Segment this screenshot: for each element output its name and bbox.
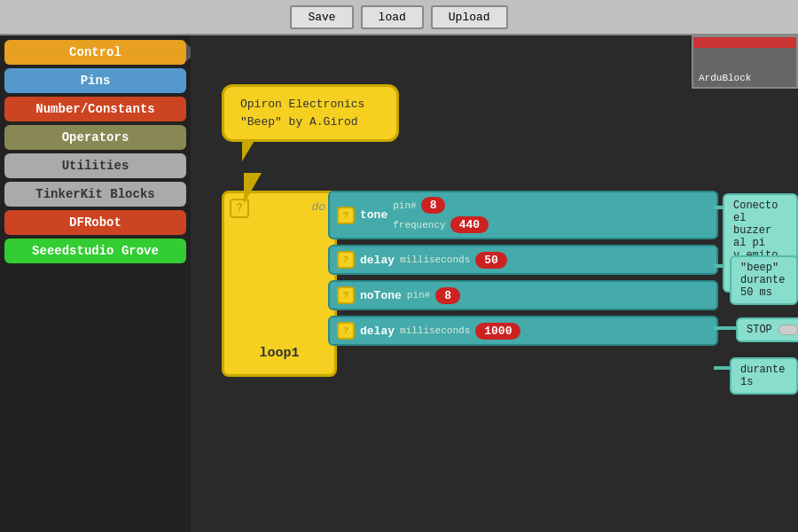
notone-label: noTone [360, 289, 402, 302]
delay2-label: delay [360, 325, 395, 338]
delay2-value[interactable]: 1000 [475, 323, 520, 340]
notone-block-inner: ? noTone pin# 8 [337, 286, 709, 304]
annotation-durante-text: durante 1s [740, 364, 785, 388]
comment-line2: "Beep" by A.Girod [240, 113, 380, 131]
ardublock-area: ArduBlock [692, 35, 798, 89]
delay2-block-inner: ? delay milliseconds 1000 [337, 322, 709, 340]
conn-delay2-svg [714, 366, 730, 370]
sidebar-item-dfrobot[interactable]: DFRobot [4, 210, 186, 235]
delay1-block-inner: ? delay milliseconds 50 [337, 251, 709, 269]
svg-rect-3 [714, 326, 736, 330]
ardublock-inner [693, 37, 796, 48]
sidebar-item-utilities[interactable]: Utilities [4, 153, 186, 178]
toolbar: Save load Upload [0, 0, 798, 35]
delay1-value[interactable]: 50 [475, 252, 507, 269]
tone-freq-label: frequency [393, 220, 445, 231]
delay2-sublabel: milliseconds [400, 325, 470, 336]
sidebar: Control Pins Number/Constants Operators … [0, 35, 191, 532]
blocks-area: ? tone pin# 8 frequency 440 ? delay [328, 191, 718, 351]
tone-block-inner: ? tone pin# 8 frequency 440 [337, 197, 709, 233]
loop-block: ? do loop1 [222, 191, 337, 377]
annotation-beep-text: "beep" durante 50 ms [740, 262, 785, 299]
tone-pin-row: pin# 8 [393, 197, 489, 214]
notone-value[interactable]: 8 [435, 287, 460, 304]
tone-params: pin# 8 frequency 440 [393, 197, 489, 233]
stop-toggle[interactable] [778, 325, 798, 335]
delay1-block-row: ? delay milliseconds 50 [328, 245, 718, 275]
tone-label: tone [360, 208, 387, 222]
annotation-beep: "beep" durante 50 ms [730, 255, 798, 305]
conn-notone-svg [714, 326, 736, 330]
comment-connector-svg [239, 173, 293, 204]
loop-label: loop1 [259, 346, 299, 361]
svg-marker-0 [244, 173, 262, 204]
annotation-durante: durante 1s [730, 357, 798, 395]
ardublock-label: ArduBlock [693, 48, 796, 87]
notone-sublabel: pin# [407, 290, 430, 301]
delay2-block-row: ? delay milliseconds 1000 [328, 316, 718, 346]
delay2-question: ? [337, 322, 355, 340]
comment-line1: Opiron Electronics [240, 96, 380, 113]
delay1-question: ? [337, 251, 355, 269]
tone-freq-row: frequency 440 [393, 216, 489, 233]
notone-block-row: ? noTone pin# 8 [328, 280, 718, 310]
comment-block: Opiron Electronics "Beep" by A.Girod [222, 84, 399, 142]
tone-pin-value[interactable]: 8 [421, 197, 446, 214]
annotation-stop: STOP [736, 317, 798, 342]
delay1-label: delay [360, 254, 395, 267]
sidebar-item-control[interactable]: Control [4, 40, 186, 65]
annotation-stop-text: STOP [747, 324, 772, 336]
annotation-buzzer-line1: Conecto el buzzer al pi [733, 200, 787, 249]
delay1-sublabel: milliseconds [400, 254, 470, 265]
sidebar-item-operators[interactable]: Operators [4, 125, 186, 150]
upload-button[interactable]: Upload [431, 5, 508, 29]
tone-block-row: ? tone pin# 8 frequency 440 [328, 191, 718, 239]
save-button[interactable]: Save [290, 5, 353, 29]
main-canvas: ArduBlock Opiron Electronics "Beep" by A… [191, 35, 798, 532]
loop-do-label: do [311, 200, 325, 214]
tone-question: ? [337, 207, 355, 224]
sidebar-item-pins[interactable]: Pins [4, 68, 186, 93]
svg-rect-4 [714, 366, 730, 370]
tone-pin-label: pin# [393, 200, 416, 211]
sidebar-item-tinkerkit[interactable]: TinkerKit Blocks [4, 182, 186, 207]
load-button[interactable]: load [361, 5, 424, 29]
sidebar-item-seeedstudio[interactable]: Seeedstudio Grove [4, 239, 186, 263]
sidebar-item-numberconstants[interactable]: Number/Constants [4, 97, 186, 121]
notone-question: ? [337, 286, 355, 304]
tone-freq-value[interactable]: 440 [450, 216, 489, 233]
